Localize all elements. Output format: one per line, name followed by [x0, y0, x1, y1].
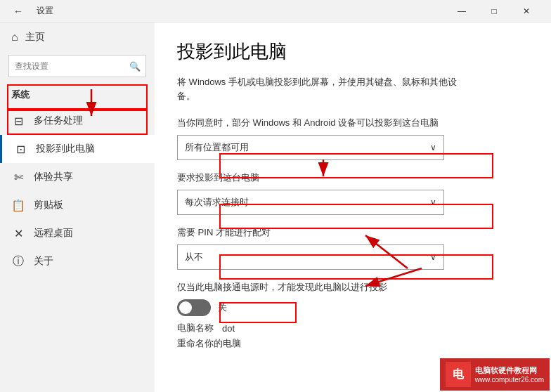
sidebar-home[interactable]: ⌂ 主页	[0, 22, 155, 52]
close-button[interactable]: ✕	[510, 0, 543, 22]
section-title: 系统	[0, 86, 155, 107]
home-label: 主页	[25, 31, 45, 44]
maximize-button[interactable]: □	[478, 0, 510, 22]
pc-name-section: 电脑名称 dot 重命名你的电脑	[177, 322, 529, 350]
description: 将 Windows 手机或电脑投影到此屏幕，并使用其键盘、鼠标和其他设备。	[177, 75, 472, 103]
toggle-row: 关	[177, 299, 529, 316]
main-content: ⌂ 主页 🔍 系统 ⊟ 多任务处理 ⊡ 投影到此电脑 ✄ 体验共享 📋	[0, 22, 551, 392]
sidebar-item-experience[interactable]: ✄ 体验共享	[0, 163, 155, 191]
dropdown2-value: 每次请求连接时	[185, 196, 249, 209]
multitask-icon: ⊟	[11, 114, 25, 128]
toggle-knob	[179, 301, 192, 314]
title-bar: ← 设置 — □ ✕	[0, 0, 551, 22]
sidebar-item-project[interactable]: ⊡ 投影到此电脑	[0, 135, 155, 163]
dropdown1-value: 所有位置都可用	[185, 141, 249, 154]
section1-label: 当你同意时，部分 Windows 和 Android 设备可以投影到这台电脑	[177, 117, 529, 129]
sidebar-item-remote[interactable]: ✕ 远程桌面	[0, 219, 155, 247]
remote-icon: ✕	[11, 226, 25, 240]
sidebar-item-multitask[interactable]: ⊟ 多任务处理	[0, 107, 155, 135]
about-icon: ⓘ	[11, 254, 25, 268]
sidebar-item-experience-label: 体验共享	[34, 171, 73, 183]
dropdown2[interactable]: 每次请求连接时 ∨	[177, 190, 444, 215]
dropdown1-arrow-icon: ∨	[430, 143, 436, 152]
sidebar-item-project-label: 投影到此电脑	[36, 143, 95, 155]
power-toggle[interactable]	[177, 299, 211, 316]
back-button[interactable]: ←	[8, 1, 28, 21]
sidebar-item-about-label: 关于	[34, 255, 53, 268]
nav-buttons: ←	[8, 1, 28, 21]
watermark: 电 电脑软硬件教程网 www.computer26.com	[440, 358, 550, 391]
page-title: 投影到此电脑	[177, 39, 529, 64]
home-icon: ⌂	[11, 31, 18, 44]
minimize-button[interactable]: —	[446, 0, 478, 22]
toggle-label: 关	[218, 301, 227, 314]
window-controls: — □ ✕	[446, 0, 543, 22]
pc-name-row: 电脑名称 dot	[177, 322, 529, 334]
pc-name-label: 电脑名称	[177, 322, 214, 334]
search-box: 🔍	[8, 55, 146, 77]
dropdown3-value: 从不	[185, 251, 203, 263]
experience-icon: ✄	[11, 170, 25, 184]
sidebar: ⌂ 主页 🔍 系统 ⊟ 多任务处理 ⊡ 投影到此电脑 ✄ 体验共享 📋	[0, 22, 155, 392]
search-input[interactable]	[8, 55, 146, 77]
sidebar-item-clipboard-label: 剪贴板	[34, 199, 63, 211]
dropdown3[interactable]: 从不 ∨	[177, 244, 444, 270]
rename-link[interactable]: 重命名你的电脑	[177, 337, 529, 350]
section4-label: 仅当此电脑接通电源时，才能发现此电脑以进行投影	[177, 281, 529, 294]
settings-window: ← 设置 — □ ✕ ⌂ 主页 🔍 系统 ⊟ 多任务处理	[0, 0, 551, 392]
search-icon: 🔍	[129, 61, 141, 72]
clipboard-icon: 📋	[11, 198, 25, 212]
project-icon: ⊡	[13, 142, 27, 156]
pc-name-value: dot	[222, 323, 235, 334]
sidebar-item-about[interactable]: ⓘ 关于	[0, 247, 155, 275]
title-bar-left: ← 设置	[8, 1, 53, 21]
sidebar-item-remote-label: 远程桌面	[34, 227, 73, 240]
watermark-text: 电脑软硬件教程网 www.computer26.com	[475, 365, 544, 384]
section2-label: 要求投影到这台电脑	[177, 171, 529, 184]
dropdown3-arrow-icon: ∨	[430, 252, 436, 262]
right-panel: 投影到此电脑 将 Windows 手机或电脑投影到此屏幕，并使用其键盘、鼠标和其…	[155, 22, 551, 392]
watermark-line2: www.computer26.com	[475, 376, 544, 384]
watermark-line1: 电脑软硬件教程网	[475, 365, 544, 376]
watermark-logo-text: 电	[453, 367, 464, 382]
watermark-logo-box: 电	[446, 362, 471, 387]
dropdown2-arrow-icon: ∨	[430, 197, 436, 207]
dropdown1[interactable]: 所有位置都可用 ∨	[177, 135, 444, 160]
section3-label: 需要 PIN 才能进行配对	[177, 226, 529, 239]
window-title: 设置	[37, 5, 53, 17]
sidebar-item-clipboard[interactable]: 📋 剪贴板	[0, 191, 155, 219]
sidebar-item-multitask-label: 多任务处理	[34, 115, 83, 127]
